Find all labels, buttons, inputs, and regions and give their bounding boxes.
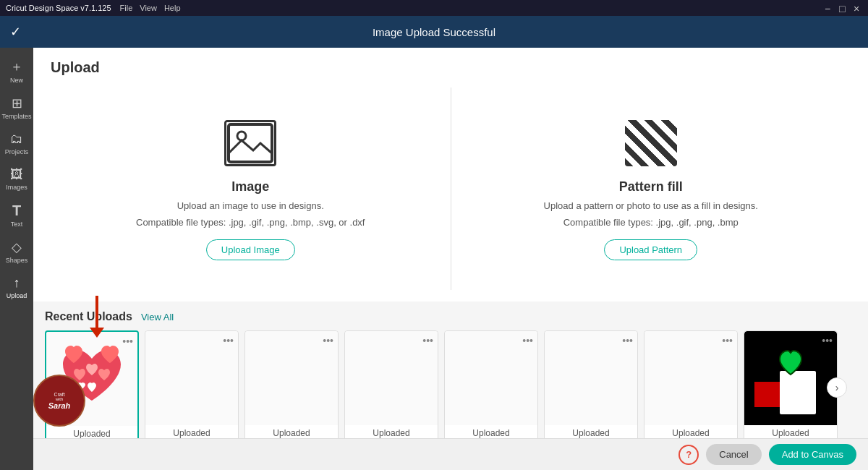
logo-sarah: Sarah bbox=[48, 401, 71, 410]
images-icon: 🖼 bbox=[10, 167, 23, 182]
recent-header: Recent Uploads View All bbox=[45, 310, 856, 323]
image-option-name: Image bbox=[231, 179, 269, 195]
card-6-menu[interactable]: ••• bbox=[622, 336, 633, 346]
svg-rect-5 bbox=[780, 371, 816, 414]
image-option-types: Compatible file types: .jpg, .gif, .png,… bbox=[136, 217, 365, 228]
pattern-option-name: Pattern fill bbox=[619, 179, 683, 195]
upload-card-6[interactable]: ••• Uploaded bbox=[544, 330, 638, 445]
image-option-desc: Upload an image to use in designs. bbox=[177, 200, 324, 211]
menu-bar[interactable]: File View Help bbox=[120, 4, 181, 12]
pattern-option-desc: Upload a pattern or photo to use as a fi… bbox=[544, 200, 758, 211]
sidebar-item-images[interactable]: 🖼 Images bbox=[0, 163, 33, 195]
upload-title: Upload bbox=[51, 59, 851, 76]
image-svg-icon bbox=[227, 123, 273, 163]
card-4-menu[interactable]: ••• bbox=[422, 336, 433, 346]
card-2-menu[interactable]: ••• bbox=[223, 336, 234, 346]
logo-craft: Craft bbox=[54, 392, 64, 397]
upload-card-2[interactable]: ••• Uploaded bbox=[145, 330, 239, 445]
pattern-upload-option: Pattern fill Upload a pattern or photo t… bbox=[451, 87, 851, 290]
content-area: Upload Image Upload an im bbox=[33, 48, 868, 470]
window-controls[interactable]: − □ × bbox=[825, 4, 862, 12]
image-upload-option: Image Upload an image to use in designs.… bbox=[51, 87, 451, 290]
maximize-button[interactable]: □ bbox=[839, 4, 848, 12]
new-icon: ＋ bbox=[10, 58, 23, 75]
upload-card-5[interactable]: ••• Uploaded bbox=[444, 330, 538, 445]
card-5-menu[interactable]: ••• bbox=[522, 336, 533, 346]
app-name: Cricut Design Space v7.1.125 bbox=[6, 4, 111, 12]
sidebar-item-templates[interactable]: ⊞ Templates bbox=[0, 91, 33, 124]
success-message: Image Upload Successful bbox=[373, 26, 495, 38]
upload-card-3[interactable]: ••• Uploaded bbox=[244, 330, 339, 445]
view-all-link[interactable]: View All bbox=[141, 312, 174, 322]
upload-section: Upload Image Upload an im bbox=[33, 48, 868, 302]
close-button[interactable]: × bbox=[854, 4, 862, 12]
recent-title: Recent Uploads bbox=[45, 310, 132, 323]
menu-view[interactable]: View bbox=[140, 4, 157, 12]
sidebar-label-new: New bbox=[10, 77, 23, 84]
minimize-button[interactable]: − bbox=[825, 4, 833, 12]
title-bar: Cricut Design Space v7.1.125 File View H… bbox=[0, 0, 868, 16]
templates-icon: ⊞ bbox=[12, 95, 22, 111]
pattern-option-types: Compatible file types: .jpg, .gif, .png,… bbox=[563, 217, 739, 228]
help-icon[interactable]: ? bbox=[678, 445, 699, 465]
upload-card-7[interactable]: ••• Uploaded bbox=[644, 330, 738, 445]
pattern-option-icon bbox=[622, 117, 680, 169]
shapes-icon: ◇ bbox=[12, 239, 22, 255]
sidebar-label-text: Text bbox=[11, 221, 23, 228]
image-option-icon bbox=[221, 117, 279, 169]
title-bar-left: Cricut Design Space v7.1.125 File View H… bbox=[6, 4, 181, 12]
card-3-menu[interactable]: ••• bbox=[323, 336, 333, 346]
check-icon: ✓ bbox=[10, 24, 21, 40]
card-1-menu[interactable]: ••• bbox=[122, 336, 133, 346]
cancel-button[interactable]: Cancel bbox=[706, 444, 761, 465]
sidebar-item-text[interactable]: T Text bbox=[0, 198, 33, 232]
sidebar-label-images: Images bbox=[6, 184, 27, 191]
card-7-menu[interactable]: ••• bbox=[722, 336, 733, 346]
projects-icon: 🗂 bbox=[10, 132, 23, 147]
pattern-icon-box bbox=[625, 120, 677, 166]
upload-pattern-button[interactable]: Upload Pattern bbox=[604, 239, 697, 260]
success-bar: ✓ Image Upload Successful bbox=[0, 16, 868, 48]
menu-file[interactable]: File bbox=[120, 4, 133, 12]
main-layout: ＋ New ⊞ Templates 🗂 Projects 🖼 Images T … bbox=[0, 48, 868, 470]
text-icon: T bbox=[12, 202, 21, 219]
sidebar-label-upload: Upload bbox=[7, 292, 27, 299]
craft-with-sarah-logo: Craft with Sarah bbox=[33, 375, 85, 427]
sidebar-label-templates: Templates bbox=[1, 113, 31, 120]
svg-rect-0 bbox=[229, 124, 272, 162]
sidebar-item-upload[interactable]: ↑ Upload bbox=[0, 271, 33, 304]
card-8-menu[interactable]: ••• bbox=[822, 336, 833, 346]
sidebar: ＋ New ⊞ Templates 🗂 Projects 🖼 Images T … bbox=[0, 48, 33, 470]
add-to-canvas-button[interactable]: Add to Canvas bbox=[769, 444, 856, 465]
upload-options: Image Upload an image to use in designs.… bbox=[51, 87, 851, 290]
sidebar-item-shapes[interactable]: ◇ Shapes bbox=[0, 235, 33, 268]
recent-grid: ••• Uploaded Download ••• Uploaded bbox=[45, 330, 856, 445]
menu-help[interactable]: Help bbox=[164, 4, 181, 12]
upload-icon: ↑ bbox=[14, 275, 20, 291]
image-icon-box bbox=[224, 120, 276, 166]
upload-image-button[interactable]: Upload Image bbox=[206, 239, 295, 260]
sidebar-item-new[interactable]: ＋ New bbox=[0, 54, 33, 88]
sidebar-item-projects[interactable]: 🗂 Projects bbox=[0, 127, 33, 160]
next-page-arrow[interactable]: › bbox=[827, 377, 847, 398]
upload-card-8[interactable]: ••• Uploaded › bbox=[744, 330, 838, 445]
sidebar-label-projects: Projects bbox=[5, 148, 29, 155]
card-8-svg bbox=[747, 335, 834, 422]
bottom-bar: ? Cancel Add to Canvas bbox=[33, 438, 868, 470]
sidebar-label-shapes: Shapes bbox=[6, 257, 28, 264]
upload-card-4[interactable]: ••• Uploaded bbox=[344, 330, 438, 445]
